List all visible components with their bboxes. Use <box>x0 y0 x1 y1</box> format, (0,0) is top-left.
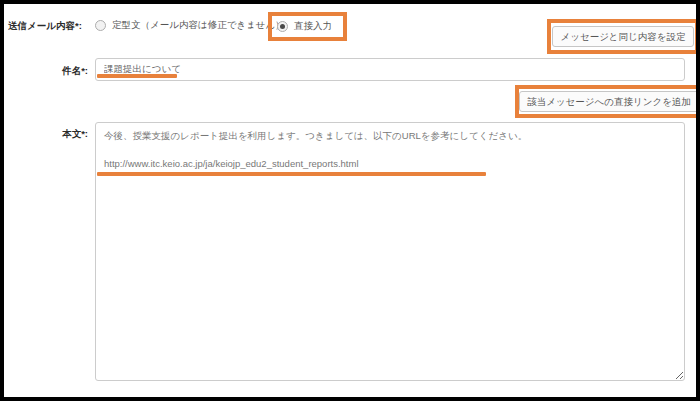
screenshot-frame: 送信メール内容*: 定型文（メール内容は修正できません） 直接入力 メッセージと… <box>0 0 700 401</box>
mail-content-label: 送信メール内容*: <box>8 19 82 33</box>
add-direct-link-button[interactable]: 該当メッセージへの直接リンクを追加 <box>519 91 696 112</box>
highlight-box-direct-input: 直接入力 <box>268 12 347 41</box>
highlight-box-same-as-message: メッセージと同じ内容を設定 <box>547 19 696 54</box>
highlight-box-add-direct-link: 該当メッセージへの直接リンクを追加 <box>515 85 696 118</box>
mail-compose-form: 送信メール内容*: 定型文（メール内容は修正できません） 直接入力 メッセージと… <box>4 4 696 397</box>
body-label: 本文*: <box>24 127 88 141</box>
body-textarea[interactable]: 今後、授業支援のレポート提出を利用します。つきましては、以下のURLを参考にして… <box>95 122 685 381</box>
radio-selected-icon[interactable] <box>277 21 288 32</box>
subject-label: 件名*: <box>24 64 88 78</box>
subject-underline-annotation <box>97 74 177 78</box>
radio-option-direct-input[interactable]: 直接入力 <box>277 19 332 35</box>
url-underline-annotation <box>97 172 486 176</box>
radio-unselected-icon[interactable] <box>95 20 106 31</box>
radio-option-template-text[interactable]: 定型文（メール内容は修正できません） <box>95 17 285 33</box>
radio-option-template-text-label: 定型文（メール内容は修正できません） <box>112 19 285 32</box>
same-as-message-button[interactable]: メッセージと同じ内容を設定 <box>552 26 693 47</box>
radio-option-direct-input-label: 直接入力 <box>294 20 332 33</box>
subject-input[interactable] <box>95 58 685 81</box>
